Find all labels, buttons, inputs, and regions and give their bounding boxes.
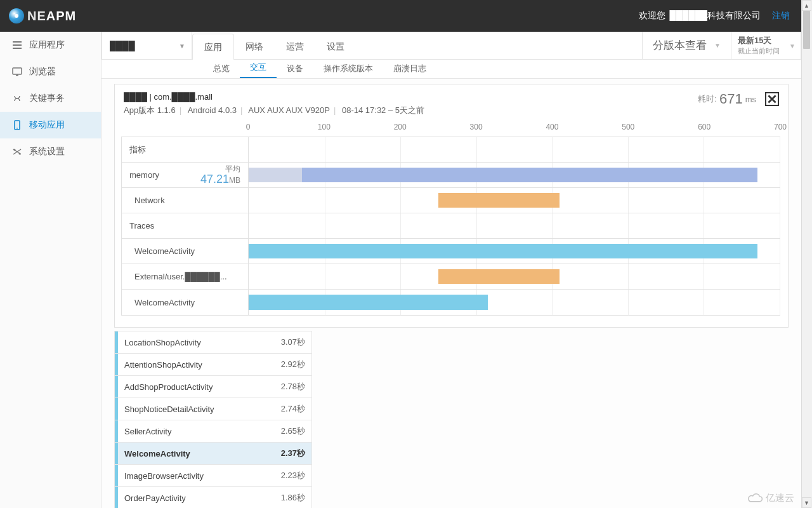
nav3-overview[interactable]: 总览 [203, 59, 240, 78]
key-trx-icon [11, 93, 23, 104]
gantt-row-area [249, 137, 780, 162]
sidebar-item-browser[interactable]: 浏览器 [0, 58, 101, 85]
gantt-section-header: Traces [122, 213, 780, 239]
activity-value: 2.92秒 [263, 359, 311, 370]
activity-value: 2.37秒 [263, 448, 311, 459]
brand-text-suffix: APM [46, 9, 76, 23]
gantt-row-label: External/user.██████... [122, 264, 249, 289]
gantt-row: WelcomeActivity [122, 290, 780, 315]
welcome-label: 欢迎您 [639, 10, 665, 22]
gantt-bar[interactable] [249, 244, 757, 258]
sidebar: 应用程序浏览器关键事务移动应用系统设置 [0, 32, 102, 508]
logout-link[interactable]: 注销 [772, 10, 790, 22]
app-package-name: ████ | com.████.mall [124, 92, 213, 102]
page-scrollbar[interactable]: ▲ ▼ [801, 0, 812, 508]
axis-tick: 600 [698, 123, 710, 131]
activity-row[interactable]: AddShopProductActivity2.78秒 [114, 375, 312, 398]
gantt-section-label: 指标 [122, 137, 249, 162]
os-label: Android 4.0.3 [188, 105, 237, 115]
gantt-table: 指标memory平均47.21MBNetworkTracesWelcomeAct… [121, 137, 780, 316]
activity-name: AddShopProductActivity [118, 382, 263, 392]
axis-tick: 0 [246, 123, 251, 131]
cost-label: 耗时: [698, 93, 717, 105]
time-range-title: 最新15天 [738, 35, 794, 46]
activity-row[interactable]: ImageBrowserActivity2.23秒 [114, 464, 312, 487]
axis-tick: 100 [318, 123, 331, 131]
chevron-down-icon: ▼ [714, 42, 721, 49]
activity-row[interactable]: OrderPayActivity1.86秒 [114, 486, 312, 508]
nav3-osver[interactable]: 操作系统版本 [313, 59, 383, 78]
sidebar-item-key-trx[interactable]: 关键事务 [0, 85, 101, 112]
sidebar-item-apps[interactable]: 应用程序 [0, 32, 101, 58]
activity-name: ImageBrowserActivity [118, 471, 263, 481]
gantt-row-area [249, 163, 780, 187]
svg-point-2 [16, 128, 18, 129]
cloud-icon [747, 493, 763, 504]
gantt-axis: 0100200300400500600700 [248, 123, 780, 137]
tab-network[interactable]: 网络 [234, 34, 275, 59]
gantt-section-label: Traces [122, 213, 249, 238]
activity-row[interactable]: LocationShopActivity3.07秒 [114, 331, 312, 354]
tab-app[interactable]: 应用 [192, 34, 234, 60]
chevron-down-icon: ▼ [179, 42, 185, 49]
tab-ops[interactable]: 运营 [275, 34, 315, 59]
activity-row[interactable]: SellerActivity2.65秒 [114, 420, 312, 443]
activity-row[interactable]: WelcomeActivity2.37秒 [114, 442, 312, 465]
gantt-row: Network [122, 188, 780, 213]
svg-point-4 [19, 153, 21, 155]
activity-value: 2.23秒 [263, 470, 311, 481]
gantt-bar[interactable] [438, 269, 560, 284]
brand-text-prefix: NE [27, 9, 46, 23]
chevron-down-icon: ▼ [789, 42, 796, 49]
brand-logo[interactable]: NEAPM [9, 8, 76, 23]
gantt-row: memory平均47.21MB [122, 163, 780, 188]
gantt-bar[interactable] [249, 168, 757, 182]
activity-row[interactable]: AttentionShopActivity2.92秒 [114, 353, 312, 376]
cost-value: 671 [719, 91, 743, 107]
gantt-row-label: WelcomeActivity [122, 290, 249, 315]
gantt-row: External/user.██████... [122, 264, 780, 290]
sidebar-item-settings[interactable]: 系统设置 [0, 138, 101, 165]
version-select[interactable]: 分版本查看 ▼ [642, 32, 731, 59]
gantt-row-area [249, 290, 780, 315]
gantt-bar[interactable] [438, 193, 560, 208]
nav3-crashlog[interactable]: 崩溃日志 [383, 59, 436, 78]
gantt-row: WelcomeActivity [122, 239, 780, 264]
activity-list: LocationShopActivity3.07秒AttentionShopAc… [114, 331, 312, 508]
secondary-nav: 总览交互设备操作系统版本崩溃日志 [102, 60, 801, 79]
sidebar-item-label: 移动应用 [29, 119, 65, 131]
version-select-text: 分版本查看 [653, 38, 707, 53]
sidebar-item-mobile[interactable]: 移动应用 [0, 112, 101, 138]
subbar: ████ ▼ 应用网络运营设置 分版本查看 ▼ 最新15天 截止当前时间 ▼ [102, 32, 801, 60]
axis-tick: 200 [394, 123, 407, 131]
device-label: AUX AUX AUX V920P [248, 105, 330, 115]
browser-icon [11, 66, 23, 77]
time-range-select[interactable]: 最新15天 截止当前时间 ▼ [731, 32, 801, 59]
app-selector[interactable]: ████ ▼ [102, 32, 192, 59]
activity-name: WelcomeActivity [118, 449, 263, 458]
activity-value: 3.07秒 [263, 337, 311, 348]
watermark-text: 亿速云 [766, 492, 794, 504]
time-range-subtitle: 截止当前时间 [738, 46, 794, 56]
gantt-section-header: 指标 [122, 137, 780, 163]
scroll-thumb[interactable] [803, 11, 810, 49]
sidebar-item-label: 应用程序 [29, 39, 65, 51]
activity-row[interactable]: ShopNoticeDetailActivity2.74秒 [114, 398, 312, 420]
svg-rect-0 [13, 68, 22, 74]
gantt-row-area [249, 213, 780, 238]
gantt-row-area [249, 188, 780, 213]
gantt-bar[interactable] [249, 295, 488, 310]
scroll-down-icon[interactable]: ▼ [802, 497, 811, 508]
sidebar-item-label: 关键事务 [29, 93, 65, 104]
app-selector-text: ████ [110, 41, 135, 51]
top-header: NEAPM 欢迎您 ██████科技有限公司 注销 [0, 0, 801, 32]
tab-settings[interactable]: 设置 [315, 34, 356, 59]
nav3-interaction[interactable]: 交互 [240, 58, 277, 78]
close-button[interactable] [765, 92, 779, 106]
trace-detail-panel: ████ | com.████.mall App版本 1.1.6| Androi… [114, 84, 789, 328]
scroll-up-icon[interactable]: ▲ [802, 0, 811, 11]
activity-value: 2.65秒 [263, 425, 311, 437]
close-icon [768, 95, 776, 104]
nav3-device[interactable]: 设备 [277, 59, 313, 78]
settings-icon [11, 146, 23, 157]
